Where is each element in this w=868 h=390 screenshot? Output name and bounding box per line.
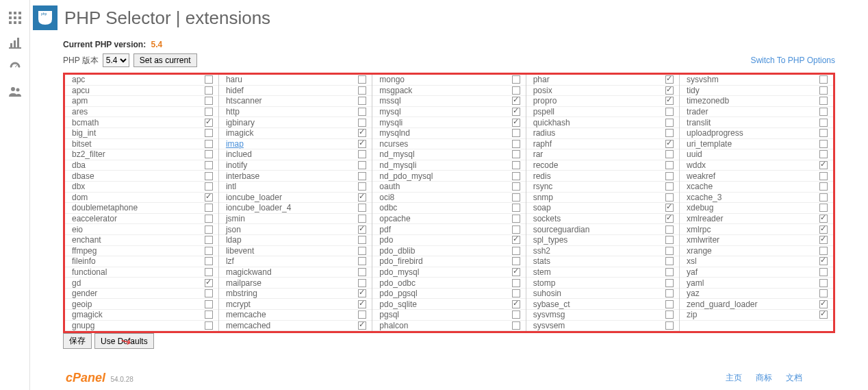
extension-checkbox-spl_types[interactable]	[665, 236, 674, 244]
extension-checkbox-json[interactable]	[358, 226, 366, 234]
extension-checkbox-ssh2[interactable]	[665, 247, 674, 255]
extension-checkbox-oauth[interactable]	[512, 182, 520, 191]
extension-checkbox-magickwand[interactable]	[358, 268, 366, 276]
extension-checkbox-inclued[interactable]	[358, 150, 366, 158]
extension-checkbox-memcached[interactable]	[358, 321, 366, 330]
extension-checkbox-nd_pdo_mysql[interactable]	[512, 172, 520, 180]
extension-checkbox-fileinfo[interactable]	[205, 257, 213, 265]
extension-checkbox-gmagick[interactable]	[205, 310, 213, 319]
extension-checkbox-pspell[interactable]	[665, 108, 674, 116]
extension-checkbox-xmlrpc[interactable]	[819, 226, 828, 234]
extension-checkbox-stem[interactable]	[665, 268, 674, 276]
extension-checkbox-oci8[interactable]	[512, 193, 520, 202]
extension-checkbox-ioncube_loader[interactable]	[358, 193, 366, 202]
extension-checkbox-msgpack[interactable]	[512, 86, 520, 95]
extension-checkbox-igbinary[interactable]	[358, 119, 366, 127]
extension-checkbox-sockets[interactable]	[665, 215, 674, 223]
extension-checkbox-sourceguardian[interactable]	[665, 226, 674, 234]
extension-checkbox-memcache[interactable]	[358, 310, 366, 319]
extension-checkbox-rar[interactable]	[665, 150, 674, 158]
extension-checkbox-odbc[interactable]	[512, 204, 520, 212]
extension-checkbox-doublemetaphone[interactable]	[205, 204, 213, 212]
extension-checkbox-translit[interactable]	[819, 119, 828, 127]
extension-checkbox-sysvsem[interactable]	[665, 321, 674, 330]
save-button[interactable]: 保存	[63, 333, 92, 349]
extension-checkbox-ioncube_loader_4[interactable]	[358, 204, 366, 212]
extension-checkbox-ffmpeg[interactable]	[205, 247, 213, 255]
extension-checkbox-eaccelerator[interactable]	[205, 215, 213, 223]
extension-checkbox-stats[interactable]	[665, 257, 674, 265]
extension-checkbox-trader[interactable]	[819, 108, 828, 116]
extension-checkbox-mysqlnd[interactable]	[512, 129, 520, 137]
extension-checkbox-raphf[interactable]	[665, 140, 674, 148]
extension-checkbox-uri_template[interactable]	[819, 140, 828, 148]
extension-checkbox-bitset[interactable]	[205, 140, 213, 148]
extension-checkbox-bcmath[interactable]	[205, 119, 213, 127]
extension-checkbox-big_int[interactable]	[205, 129, 213, 137]
extension-checkbox-mongo[interactable]	[512, 75, 520, 84]
extension-checkbox-snmp[interactable]	[665, 193, 674, 202]
extension-checkbox-mssql[interactable]	[512, 97, 520, 105]
extension-checkbox-eio[interactable]	[205, 226, 213, 234]
extension-checkbox-sysvshm[interactable]	[819, 75, 828, 84]
extension-checkbox-pdf[interactable]	[512, 226, 520, 234]
extension-checkbox-mcrypt[interactable]	[358, 300, 366, 308]
extension-checkbox-apcu[interactable]	[205, 86, 213, 95]
extension-checkbox-pdo[interactable]	[512, 236, 520, 244]
extension-checkbox-xmlreader[interactable]	[819, 215, 828, 223]
extension-checkbox-http[interactable]	[358, 108, 366, 116]
extension-checkbox-pdo_firebird[interactable]	[512, 257, 520, 265]
footer-home-link[interactable]: 主页	[726, 372, 742, 384]
dashboard-icon[interactable]	[0, 55, 29, 80]
extension-checkbox-xrange[interactable]	[819, 247, 828, 255]
extension-checkbox-xcache[interactable]	[819, 182, 828, 191]
extension-checkbox-yaz[interactable]	[819, 289, 828, 297]
footer-docs-link[interactable]: 文档	[786, 372, 802, 384]
extension-checkbox-redis[interactable]	[665, 172, 674, 180]
extension-checkbox-zip[interactable]	[819, 310, 828, 319]
php-version-select[interactable]: 5.4	[103, 53, 129, 67]
extension-checkbox-hidef[interactable]	[358, 86, 366, 95]
extension-checkbox-suhosin[interactable]	[665, 289, 674, 297]
extension-checkbox-apm[interactable]	[205, 97, 213, 105]
extension-checkbox-mbstring[interactable]	[358, 289, 366, 297]
apps-icon[interactable]	[0, 5, 29, 30]
extension-checkbox-gender[interactable]	[205, 289, 213, 297]
extension-checkbox-uuid[interactable]	[819, 150, 828, 158]
extension-checkbox-dom[interactable]	[205, 193, 213, 202]
extension-checkbox-zend_guard_loader[interactable]	[819, 300, 828, 308]
extension-checkbox-nd_mysql[interactable]	[512, 150, 520, 158]
extension-checkbox-haru[interactable]	[358, 75, 366, 84]
extension-checkbox-soap[interactable]	[665, 204, 674, 212]
extension-checkbox-nd_mysqli[interactable]	[512, 161, 520, 169]
extension-checkbox-ldap[interactable]	[358, 236, 366, 244]
extension-checkbox-xsl[interactable]	[819, 257, 828, 265]
extension-checkbox-recode[interactable]	[665, 161, 674, 169]
extension-checkbox-enchant[interactable]	[205, 236, 213, 244]
extension-checkbox-sybase_ct[interactable]	[665, 300, 674, 308]
extension-checkbox-quickhash[interactable]	[665, 119, 674, 127]
extension-checkbox-opcache[interactable]	[512, 215, 520, 223]
extension-checkbox-functional[interactable]	[205, 268, 213, 276]
extension-checkbox-gd[interactable]	[205, 279, 213, 287]
extension-checkbox-xmlwriter[interactable]	[819, 236, 828, 244]
extension-checkbox-pgsql[interactable]	[512, 310, 520, 319]
extension-checkbox-pdo_mysql[interactable]	[512, 268, 520, 276]
extension-checkbox-pdo_dblib[interactable]	[512, 247, 520, 255]
set-current-button[interactable]: Set as current	[133, 53, 197, 67]
extension-checkbox-mailparse[interactable]	[358, 279, 366, 287]
extension-checkbox-jsmin[interactable]	[358, 215, 366, 223]
stats-icon[interactable]	[0, 30, 29, 55]
extension-checkbox-pdo_odbc[interactable]	[512, 279, 520, 287]
extension-checkbox-sysvmsg[interactable]	[665, 310, 674, 319]
extension-checkbox-posix[interactable]	[665, 86, 674, 95]
extension-checkbox-dba[interactable]	[205, 161, 213, 169]
extension-checkbox-ares[interactable]	[205, 108, 213, 116]
extension-checkbox-libevent[interactable]	[358, 247, 366, 255]
extension-checkbox-imagick[interactable]	[358, 129, 366, 137]
extension-checkbox-wddx[interactable]	[819, 161, 828, 169]
extension-checkbox-mysql[interactable]	[512, 108, 520, 116]
extension-checkbox-radius[interactable]	[665, 129, 674, 137]
extension-checkbox-dbase[interactable]	[205, 172, 213, 180]
extension-checkbox-lzf[interactable]	[358, 257, 366, 265]
